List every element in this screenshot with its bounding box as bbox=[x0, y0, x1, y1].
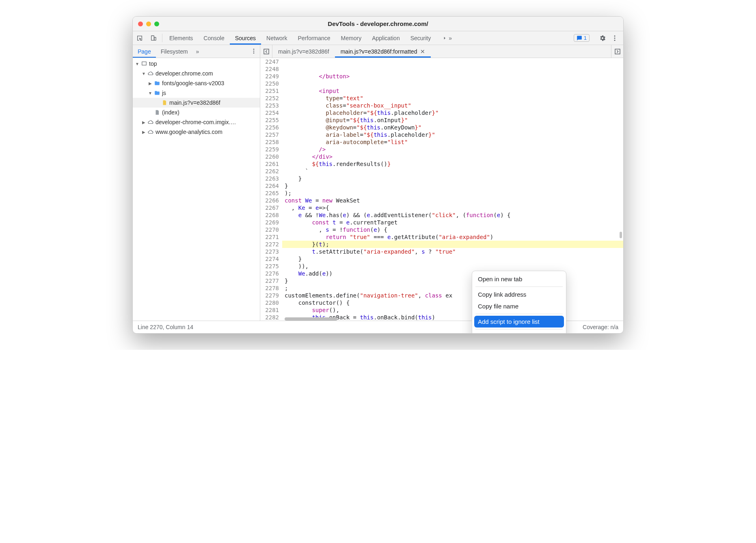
ctx-copy-link[interactable]: Copy link address bbox=[472, 289, 566, 300]
code-line[interactable]: e && !We.has(e) && (e.addEventListener("… bbox=[282, 211, 623, 219]
ctx-open-new-tab[interactable]: Open in new tab bbox=[472, 273, 566, 285]
code-line[interactable]: type="text" bbox=[282, 95, 623, 102]
tree-folder[interactable]: ▼ js bbox=[133, 88, 260, 98]
code-line[interactable]: ); bbox=[282, 190, 623, 197]
main-toolbar: ElementsConsoleSourcesNetworkPerformance… bbox=[133, 31, 623, 45]
vertical-scrollbar[interactable] bbox=[620, 232, 622, 238]
svg-point-5 bbox=[253, 49, 255, 50]
folder-icon bbox=[154, 90, 160, 96]
kebab-menu-icon[interactable] bbox=[609, 32, 621, 44]
close-tab-icon[interactable]: ✕ bbox=[420, 48, 425, 55]
code-line[interactable]: placeholder="${this.placeholder}" bbox=[282, 109, 623, 116]
code-line[interactable]: super(), bbox=[282, 306, 623, 314]
ctx-copy-filename[interactable]: Copy file name bbox=[472, 300, 566, 312]
separator bbox=[475, 287, 563, 287]
code-line[interactable]: /> bbox=[282, 146, 623, 153]
code-line[interactable]: @input="${this.onInput}" bbox=[282, 116, 623, 124]
tree-label: js bbox=[162, 90, 166, 96]
code-line[interactable]: t.setAttribute("aria-expanded", s ? "tru… bbox=[282, 248, 623, 255]
code-line[interactable]: </div> bbox=[282, 153, 623, 160]
folder-icon bbox=[154, 80, 160, 86]
code-line[interactable]: }(t); bbox=[282, 241, 623, 248]
main-body: Page Filesystem » ▼ top ▼ developer.chro… bbox=[133, 45, 623, 321]
settings-icon[interactable] bbox=[596, 32, 609, 44]
code-line[interactable]: aria-label="${this.placeholder}" bbox=[282, 131, 623, 138]
code-line[interactable]: } bbox=[282, 175, 623, 182]
tab-sources[interactable]: Sources bbox=[230, 31, 261, 45]
code-line[interactable]: ${this.renderResults()} bbox=[282, 160, 623, 168]
code-line[interactable]: const t = e.currentTarget bbox=[282, 219, 623, 226]
nav-tab-more[interactable]: » bbox=[193, 45, 203, 58]
tab-performance[interactable]: Performance bbox=[292, 31, 335, 45]
code-line[interactable]: <input bbox=[282, 87, 623, 95]
frame-icon bbox=[141, 60, 147, 67]
messages-badge[interactable]: 1 bbox=[574, 34, 590, 42]
tab-network[interactable]: Network bbox=[261, 31, 292, 45]
code-line[interactable]: return "true" === e.getAttribute("aria-e… bbox=[282, 233, 623, 241]
tree-label: (index) bbox=[162, 109, 179, 116]
coverage-status: Coverage: n/a bbox=[583, 324, 618, 330]
nav-tab-filesystem[interactable]: Filesystem bbox=[156, 45, 193, 58]
tree-file[interactable]: main.js?v=e382d86f bbox=[133, 98, 260, 108]
ctx-save-as[interactable]: Save as... bbox=[472, 331, 566, 334]
code-line[interactable]: class="search-box__input" bbox=[282, 102, 623, 109]
context-menu: Open in new tab Copy link address Copy f… bbox=[472, 271, 566, 334]
tab-security[interactable]: Security bbox=[405, 31, 436, 45]
file-tab-label: main.js?v=e382d86f:formatted bbox=[341, 48, 417, 55]
code-line[interactable]: } bbox=[282, 255, 623, 263]
code-editor[interactable]: 2247224822492250225122522253225422552256… bbox=[260, 58, 623, 321]
file-tab-back-icon[interactable] bbox=[260, 45, 272, 58]
code-line[interactable]: } bbox=[282, 277, 623, 284]
code-line[interactable]: customElements.define("navigation-tree",… bbox=[282, 292, 623, 299]
code-content[interactable]: </button> <input type="text" class="sear… bbox=[282, 58, 623, 321]
code-line[interactable]: We.add(e)) bbox=[282, 270, 623, 277]
code-line[interactable]: </button> bbox=[282, 73, 623, 80]
tree-file[interactable]: (index) bbox=[133, 108, 260, 117]
nav-tab-page[interactable]: Page bbox=[133, 45, 156, 58]
tree-label: developer-chrome-com.imgix.net bbox=[156, 119, 237, 125]
code-line[interactable]: ` bbox=[282, 168, 623, 175]
svg-rect-9 bbox=[264, 49, 269, 54]
code-line[interactable]: ; bbox=[282, 284, 623, 292]
code-line[interactable]: constructor() { bbox=[282, 299, 623, 306]
tree-domain[interactable]: ▼ developer.chrome.com bbox=[133, 69, 260, 78]
svg-rect-1 bbox=[154, 37, 156, 40]
toggle-debugger-icon[interactable] bbox=[611, 45, 623, 58]
close-window-button[interactable] bbox=[138, 22, 143, 26]
devtools-window: DevTools - developer.chrome.com/ Element… bbox=[132, 16, 624, 334]
file-tree[interactable]: ▼ top ▼ developer.chrome.com ▶ fonts/goo… bbox=[133, 58, 260, 321]
code-line[interactable] bbox=[282, 80, 623, 87]
code-line[interactable]: , s = !function(e) { bbox=[282, 226, 623, 233]
code-line[interactable]: )), bbox=[282, 263, 623, 270]
tab-memory[interactable]: Memory bbox=[336, 31, 367, 45]
tab-application[interactable]: Application bbox=[367, 31, 405, 45]
ctx-add-ignore-list[interactable]: Add script to ignore list bbox=[474, 316, 564, 328]
code-line[interactable]: , Ke = e=>{ bbox=[282, 204, 623, 211]
window-title: DevTools - developer.chrome.com/ bbox=[133, 20, 623, 27]
horizontal-scrollbar[interactable] bbox=[285, 317, 337, 321]
code-line[interactable]: const We = new WeakSet bbox=[282, 197, 623, 204]
code-line[interactable]: } bbox=[282, 182, 623, 190]
svg-point-2 bbox=[614, 35, 616, 37]
tree-top[interactable]: ▼ top bbox=[133, 59, 260, 69]
svg-point-4 bbox=[614, 39, 616, 41]
inspect-icon[interactable] bbox=[133, 31, 147, 45]
cloud-icon bbox=[147, 119, 154, 125]
minimize-window-button[interactable] bbox=[146, 22, 151, 26]
js-file-icon bbox=[161, 99, 168, 106]
code-line[interactable]: aria-autocomplete="list" bbox=[282, 138, 623, 146]
tree-folder[interactable]: ▶ fonts/google-sans-v2003 bbox=[133, 78, 260, 88]
more-tabs-button[interactable]: » bbox=[436, 31, 457, 45]
tree-label: top bbox=[149, 60, 157, 67]
tab-elements[interactable]: Elements bbox=[164, 31, 198, 45]
code-line[interactable]: @keydown="${this.onKeyDown}" bbox=[282, 124, 623, 131]
tree-domain[interactable]: ▶ developer-chrome-com.imgix.net bbox=[133, 117, 260, 127]
maximize-window-button[interactable] bbox=[154, 22, 159, 26]
tree-domain[interactable]: ▶ www.google-analytics.com bbox=[133, 127, 260, 137]
tab-console[interactable]: Console bbox=[198, 31, 229, 45]
file-tab[interactable]: main.js?v=e382d86f bbox=[272, 45, 335, 58]
tree-label: www.google-analytics.com bbox=[156, 129, 222, 135]
navigator-kebab-icon[interactable] bbox=[248, 45, 260, 57]
file-tab-active[interactable]: main.js?v=e382d86f:formatted ✕ bbox=[335, 45, 431, 58]
device-toolbar-icon[interactable] bbox=[147, 31, 160, 45]
